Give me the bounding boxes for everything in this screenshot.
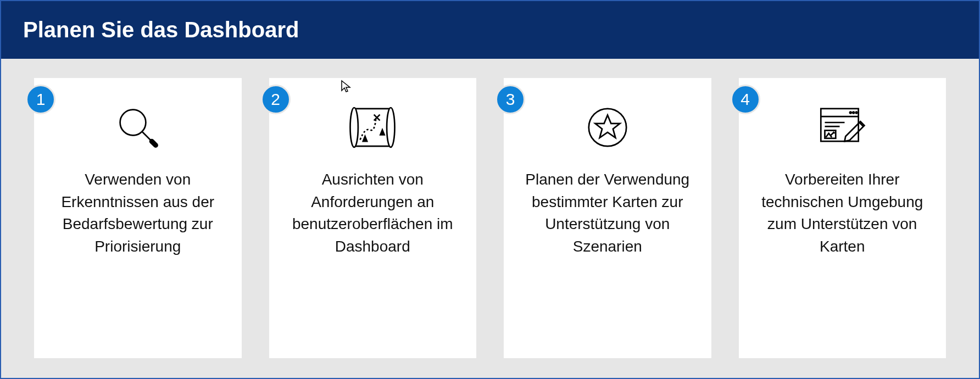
svg-point-3 <box>387 108 394 147</box>
slide-container: Planen Sie das Dashboard 1 Verwenden von… <box>0 0 980 379</box>
svg-point-9 <box>856 112 858 114</box>
slide-title: Planen Sie das Dashboard <box>23 18 299 42</box>
step-text: Verwenden von Erkenntnissen aus der Beda… <box>48 169 228 258</box>
svg-point-2 <box>350 108 358 147</box>
step-badge: 2 <box>261 85 291 114</box>
map-icon <box>345 94 400 160</box>
step-number: 4 <box>740 90 750 109</box>
step-number: 2 <box>271 90 280 109</box>
svg-point-7 <box>850 112 851 114</box>
svg-point-8 <box>853 112 855 114</box>
slide-header: Planen Sie das Dashboard <box>1 1 979 59</box>
step-number: 3 <box>506 90 515 109</box>
cards-row: 1 Verwenden von Erkenntnissen aus der Be… <box>1 59 979 377</box>
step-text: Vorbereiten Ihrer technischen Umgebung z… <box>753 169 933 258</box>
step-card-1: 1 Verwenden von Erkenntnissen aus der Be… <box>34 78 242 358</box>
design-window-icon <box>815 94 870 160</box>
star-circle-icon <box>583 94 632 160</box>
svg-point-0 <box>120 110 146 136</box>
step-text: Ausrichten von Anforderungen an benutzer… <box>283 169 463 258</box>
step-text: Planen der Verwendung bestimmter Karten … <box>517 169 698 258</box>
step-badge: 3 <box>495 85 525 114</box>
step-number: 1 <box>36 90 46 109</box>
step-card-4: 4 Vorbereiten Ihrer technischen Um <box>739 78 946 358</box>
step-card-3: 3 Planen der Verwendung bestimmter Karte… <box>504 78 711 358</box>
step-card-2: 2 Ausrichten von Anforderungen an benutz… <box>269 78 477 358</box>
svg-rect-1 <box>354 109 391 146</box>
step-badge: 1 <box>26 85 55 114</box>
magnifier-icon <box>113 94 163 160</box>
step-badge: 4 <box>731 85 760 114</box>
